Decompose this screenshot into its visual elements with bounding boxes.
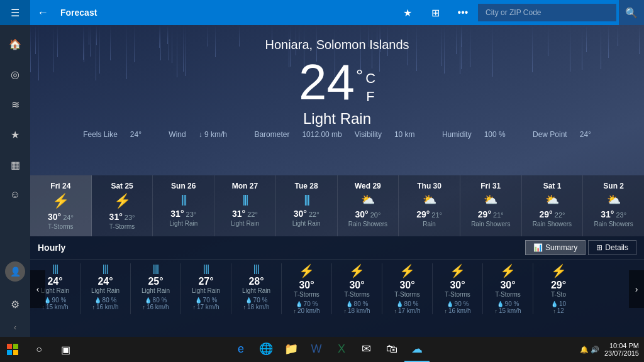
app-title: Forecast: [55, 8, 395, 18]
forecast-hi: 31° 23°: [97, 212, 148, 222]
hourly-item-1[interactable]: ||| 24° Light Rain 💧 80 % ↑ 16 km/h: [80, 263, 131, 314]
sidebar-item-favorites[interactable]: ★: [0, 121, 30, 148]
forecast-icon: ⛅: [527, 193, 578, 207]
barometer-value: 1012.00 mb: [302, 130, 341, 139]
details-button[interactable]: ⊞ Details: [588, 240, 636, 255]
taskbar-app-chrome[interactable]: 🌐: [253, 337, 279, 362]
hourly-wind: ↑ 18 km/h: [236, 304, 276, 310]
barometer-label: Barometer: [254, 130, 289, 139]
forecast-day-9[interactable]: Sun 2 ⛅ 31° 23° Rain Showers: [583, 175, 644, 236]
hourly-wind: ↑ 15 km/h: [488, 307, 528, 314]
taskbar-app-store[interactable]: 🛍: [379, 337, 404, 362]
hourly-item-3[interactable]: ||| 27° Light Rain 💧 70 % ↑ 17 km/h: [181, 263, 231, 314]
hourly-icon: ⚡: [387, 263, 427, 278]
hourly-item-10[interactable]: ⚡ 29° T-Sto 💧 10 ↑ 12: [533, 263, 584, 314]
hourly-item-8[interactable]: ⚡ 30° T-Storms 💧 90 % ↑ 16 km/h: [433, 263, 483, 314]
celsius-unit[interactable]: C: [365, 70, 375, 88]
forecast-day-6[interactable]: Thu 30 ⛅ 29° 21° Rain: [399, 175, 460, 236]
drop-icon: 💧: [447, 301, 453, 307]
city-search-input[interactable]: [478, 4, 616, 21]
forecast-condition: Light Rain: [281, 220, 332, 227]
sidebar-item-home[interactable]: 🏠: [0, 30, 30, 58]
drop-icon: 💧: [551, 301, 558, 307]
search-taskbar-button[interactable]: ○: [26, 337, 52, 362]
hourly-stats: 💧 70 % ↑ 17 km/h: [186, 297, 226, 310]
back-button[interactable]: ←: [30, 0, 55, 25]
hourly-item-4[interactable]: ||| 28° Light Rain 💧 70 % ↑ 18 km/h: [231, 263, 282, 314]
hourly-item-7[interactable]: ⚡ 30° T-Storms 💧 80 % ↑ 17 km/h: [382, 263, 433, 314]
taskbar-app-weather[interactable]: ☁: [404, 337, 430, 362]
wind-direction-icon: ↑: [444, 308, 447, 314]
taskbar-app-explorer[interactable]: 📁: [279, 337, 304, 362]
forecast-day-name: Sat 25: [97, 182, 148, 190]
forecast-icon: |||: [219, 193, 270, 206]
task-view-button[interactable]: ▣: [53, 337, 78, 362]
forecast-day-0[interactable]: Fri 24 ⚡ 30° 24° T-Storms: [30, 175, 92, 236]
star-icon: ★: [403, 7, 412, 19]
details-label: Details: [605, 243, 628, 252]
forecast-day-5[interactable]: Wed 29 ⛅ 30° 20° Rain Showers: [338, 175, 399, 236]
main-content: Honiara, Solomon Islands 24 ° C F Light …: [30, 25, 644, 337]
hourly-temp: 30°: [387, 280, 427, 291]
hourly-temp: 30°: [438, 280, 477, 291]
hourly-precip: 💧 80 %: [86, 297, 125, 304]
wind-value: 16 km/h: [96, 304, 119, 310]
hourly-scroll[interactable]: ||| 24° Light Rain 💧 90 % ↑ 15 km/h ||| …: [30, 260, 644, 318]
sidebar-item-news[interactable]: ▦: [0, 151, 30, 178]
hourly-condition: T-Sto: [538, 291, 579, 298]
hourly-item-9[interactable]: ⚡ 30° T-Storms 💧 90 % ↑ 15 km/h: [483, 263, 533, 314]
forecast-condition: Rain Showers: [343, 221, 394, 228]
forecast-day-3[interactable]: Mon 27 ||| 31° 22° Light Rain: [214, 175, 276, 236]
sidebar-item-radar[interactable]: ◎: [0, 60, 30, 88]
scroll-right-button[interactable]: ›: [629, 270, 644, 308]
more-button[interactable]: •••: [450, 0, 475, 25]
summary-button[interactable]: 📊 Summary: [525, 240, 586, 255]
search-button[interactable]: 🔍: [619, 0, 644, 25]
taskbar-app-word[interactable]: W: [304, 337, 329, 362]
forecast-hi: 30° 20°: [343, 209, 394, 219]
taskbar-app-ie[interactable]: e: [228, 337, 253, 362]
hourly-item-5[interactable]: ⚡ 30° T-Storms 💧 70 % ↑ 20 km/h: [282, 263, 332, 314]
hamburger-button[interactable]: ☰: [0, 0, 30, 25]
forecast-day-4[interactable]: Tue 28 ||| 30° 22° Light Rain: [276, 175, 338, 236]
hourly-icon: ⚡: [488, 263, 528, 278]
sidebar-collapse-button[interactable]: ‹: [14, 323, 16, 337]
sidebar-item-avatar[interactable]: 👤: [0, 260, 30, 288]
sidebar-item-maps[interactable]: ≋: [0, 90, 30, 118]
sidebar-item-historical[interactable]: ☺: [0, 181, 30, 209]
drop-icon: 💧: [346, 301, 353, 307]
forecast-day-2[interactable]: Sun 26 ||| 31° 23° Light Rain: [153, 175, 214, 236]
hourly-temp: 29°: [538, 280, 579, 291]
taskbar-app-excel[interactable]: X: [329, 337, 354, 362]
forecast-day-8[interactable]: Sat 1 ⛅ 29° 22° Rain Showers: [522, 175, 584, 236]
visibility-label: Visibility: [355, 130, 382, 139]
forecast-day-7[interactable]: Fri 31 ⛅ 29° 21° Rain Showers: [460, 175, 522, 236]
hourly-icon: |||: [136, 263, 175, 275]
hourly-item-6[interactable]: ⚡ 30° T-Storms 💧 80 % ↑ 18 km/h: [332, 263, 382, 314]
taskbar-right: 🔔 🔊 10:04 PM 23/07/2015: [580, 342, 644, 357]
pin-button[interactable]: ⊞: [423, 0, 448, 25]
hourly-temp: 25°: [136, 276, 175, 287]
forecast-day-name: Thu 30: [404, 182, 455, 190]
back-icon: ←: [37, 6, 48, 19]
favorite-button[interactable]: ★: [395, 0, 420, 25]
wind-value: ↓ 9 km/h: [199, 130, 227, 139]
forecast-day-1[interactable]: Sat 25 ⚡ 31° 23° T-Storms: [92, 175, 153, 236]
wind-direction-icon: ↑: [553, 308, 556, 314]
sidebar-item-settings[interactable]: ⚙: [0, 290, 30, 318]
forecast-day-name: Fri 31: [465, 182, 516, 190]
forecast-condition: Rain: [404, 221, 455, 228]
hourly-icon: ⚡: [438, 263, 477, 278]
scroll-left-button[interactable]: ‹: [30, 270, 45, 308]
hourly-temp: 30°: [337, 280, 377, 291]
hourly-icon: ⚡: [287, 263, 326, 278]
svg-rect-3: [13, 350, 18, 355]
hourly-condition: T-Storms: [438, 291, 477, 298]
hourly-item-2[interactable]: ||| 25° Light Rain 💧 80 % ↑ 16 km/h: [131, 263, 181, 314]
forecast-day-name: Wed 29: [343, 182, 394, 190]
start-button[interactable]: [0, 337, 25, 362]
taskbar-app-mail[interactable]: ✉: [354, 337, 379, 362]
fahrenheit-unit[interactable]: F: [365, 88, 375, 106]
precip-value: 90 %: [52, 297, 67, 304]
table-icon: ⊞: [596, 243, 602, 252]
